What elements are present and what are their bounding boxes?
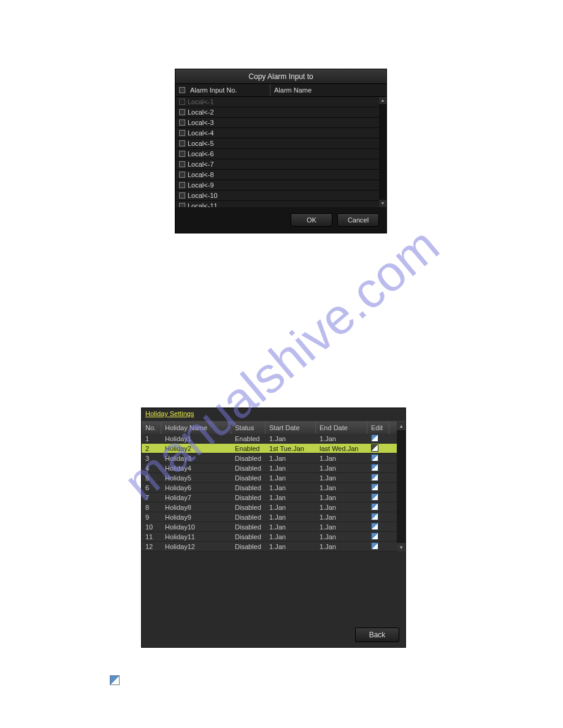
holiday-row[interactable]: 5Holiday5Disabled1.Jan1.Jan xyxy=(142,473,405,483)
cell-no: 11 xyxy=(142,533,161,540)
alarm-row[interactable]: Local<-8 xyxy=(175,170,386,180)
row-checkbox[interactable] xyxy=(179,109,185,115)
grid-header: No. Holiday Name Status Start Date End D… xyxy=(142,422,405,434)
alarm-row[interactable]: Local<-1 xyxy=(175,97,386,107)
row-label: Local<-1 xyxy=(188,98,214,105)
cell-edit xyxy=(367,523,389,531)
alarm-row[interactable]: Local<-9 xyxy=(175,180,386,191)
alarm-list-header: Alarm Input No. Alarm Name xyxy=(175,84,386,97)
holiday-row[interactable]: 2Holiday2Enabled1st Tue.Janlast Wed.Jan xyxy=(142,444,405,453)
cell-end: 1.Jan xyxy=(316,464,367,472)
holiday-row[interactable]: 8Holiday8Disabled1.Jan1.Jan xyxy=(142,502,405,512)
holiday-row[interactable]: 9Holiday9Disabled1.Jan1.Jan xyxy=(142,512,405,522)
edit-icon[interactable] xyxy=(371,523,378,530)
alarm-row[interactable]: Local<-6 xyxy=(175,149,386,159)
cell-end: 1.Jan xyxy=(316,435,367,442)
col-name: Holiday Name xyxy=(161,422,231,434)
edit-icon[interactable] xyxy=(371,464,378,471)
alarm-row[interactable]: Local<-11 xyxy=(175,201,386,207)
cancel-button[interactable]: Cancel xyxy=(337,213,379,227)
edit-icon[interactable] xyxy=(371,542,378,550)
cell-name: Holiday9 xyxy=(161,514,231,521)
cell-start: 1.Jan xyxy=(266,474,316,482)
holiday-settings-panel: Holiday Settings No. Holiday Name Status… xyxy=(141,408,406,648)
ok-button[interactable]: OK xyxy=(291,213,332,227)
scroll-up-icon[interactable]: ▴ xyxy=(379,97,386,104)
dialog-title: Copy Alarm Input to xyxy=(175,69,386,84)
cell-end: 1.Jan xyxy=(316,514,367,521)
cell-status: Disabled xyxy=(231,474,266,482)
row-checkbox[interactable] xyxy=(179,192,185,199)
cell-name: Holiday1 xyxy=(161,435,231,442)
row-label: Local<-9 xyxy=(188,181,214,189)
holiday-row[interactable]: 7Holiday7Disabled1.Jan1.Jan xyxy=(142,493,405,502)
edit-icon[interactable] xyxy=(371,533,378,540)
back-button[interactable]: Back xyxy=(355,628,399,642)
holiday-row[interactable]: 3Holiday3Disabled1.Jan1.Jan xyxy=(142,453,405,463)
cell-name: Holiday11 xyxy=(161,533,231,540)
scroll-up-icon[interactable]: ▴ xyxy=(397,422,405,430)
col-edit: Edit xyxy=(367,422,389,434)
cell-status: Disabled xyxy=(231,533,266,540)
scroll-down-icon[interactable]: ▾ xyxy=(397,543,405,552)
holiday-row[interactable]: 11Holiday11Disabled1.Jan1.Jan xyxy=(142,532,405,542)
cell-name: Holiday8 xyxy=(161,504,231,511)
edit-icon[interactable] xyxy=(371,483,378,491)
row-checkbox[interactable] xyxy=(179,161,185,167)
cell-start: 1.Jan xyxy=(266,533,316,540)
cell-status: Disabled xyxy=(231,543,266,550)
edit-icon[interactable] xyxy=(371,503,378,510)
alarm-row[interactable]: Local<-5 xyxy=(175,138,386,149)
row-checkbox[interactable] xyxy=(179,172,185,178)
cell-start: 1.Jan xyxy=(266,504,316,511)
cell-start: 1.Jan xyxy=(266,494,316,501)
row-checkbox[interactable] xyxy=(179,151,185,157)
cell-no: 2 xyxy=(142,445,161,452)
edit-icon[interactable] xyxy=(371,434,378,442)
holiday-row[interactable]: 1Holiday1Enabled1.Jan1.Jan xyxy=(142,434,405,444)
row-checkbox[interactable] xyxy=(179,140,185,146)
tab-holiday-settings[interactable]: Holiday Settings xyxy=(145,410,194,417)
row-label: Local<-3 xyxy=(188,119,214,126)
cell-edit xyxy=(367,503,389,512)
row-checkbox xyxy=(179,99,185,105)
scrollbar[interactable]: ▴ ▾ xyxy=(379,97,386,207)
alarm-row[interactable]: Local<-4 xyxy=(175,128,386,138)
row-label: Local<-11 xyxy=(188,202,218,207)
cell-no: 6 xyxy=(142,484,161,491)
row-checkbox[interactable] xyxy=(179,130,185,136)
alarm-list: Local<-1Local<-2Local<-3Local<-4Local<-5… xyxy=(175,97,386,207)
row-checkbox[interactable] xyxy=(179,182,185,188)
holiday-row[interactable]: 10Holiday10Disabled1.Jan1.Jan xyxy=(142,522,405,532)
alarm-row[interactable]: Local<-2 xyxy=(175,107,386,118)
cell-end: last Wed.Jan xyxy=(316,445,367,452)
grid-scrollbar[interactable]: ▴ ▾ xyxy=(397,422,405,552)
edit-icon[interactable] xyxy=(371,474,378,481)
holiday-row[interactable]: 6Holiday6Disabled1.Jan1.Jan xyxy=(142,483,405,493)
select-all-checkbox[interactable] xyxy=(179,87,185,93)
holiday-row[interactable]: 12Holiday12Disabled1.Jan1.Jan xyxy=(142,542,405,552)
holiday-row[interactable]: 4Holiday4Disabled1.Jan1.Jan xyxy=(142,463,405,473)
header-alarm-name: Alarm Name xyxy=(270,84,386,96)
cell-status: Disabled xyxy=(231,514,266,521)
scroll-down-icon[interactable]: ▾ xyxy=(379,200,386,207)
row-label: Local<-7 xyxy=(188,161,214,168)
alarm-row[interactable]: Local<-10 xyxy=(175,191,386,201)
edit-icon[interactable] xyxy=(371,454,378,461)
edit-icon[interactable] xyxy=(371,493,378,501)
edit-icon[interactable] xyxy=(371,513,378,520)
row-label: Local<-5 xyxy=(188,140,214,147)
cell-no: 12 xyxy=(142,543,161,550)
edit-icon[interactable] xyxy=(371,444,378,452)
cell-start: 1.Jan xyxy=(266,435,316,442)
cell-start: 1.Jan xyxy=(266,514,316,521)
alarm-row[interactable]: Local<-7 xyxy=(175,159,386,170)
alarm-row[interactable]: Local<-3 xyxy=(175,118,386,128)
cell-end: 1.Jan xyxy=(316,533,367,540)
row-checkbox[interactable] xyxy=(179,203,185,207)
row-checkbox[interactable] xyxy=(179,119,185,126)
cell-start: 1.Jan xyxy=(266,455,316,462)
cell-end: 1.Jan xyxy=(316,543,367,550)
col-no: No. xyxy=(142,422,161,434)
cell-name: Holiday6 xyxy=(161,484,231,491)
